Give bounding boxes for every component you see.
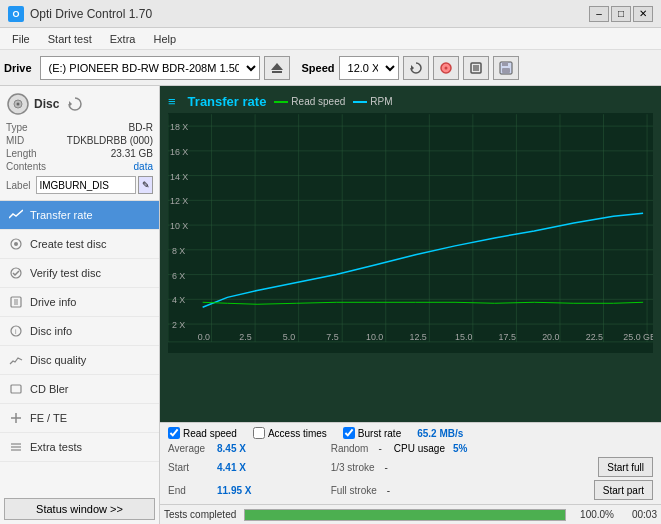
access-times-checkbox-label[interactable]: Access times [253,427,327,439]
svg-text:16 X: 16 X [170,147,188,157]
menu-file[interactable]: File [4,31,38,47]
stats-panel: Read speed Access times Burst rate 65.2 … [160,422,661,504]
create-test-disc-icon [8,236,24,252]
save-icon [499,61,513,75]
menu-bar: File Start test Extra Help [0,28,661,50]
svg-rect-8 [502,62,508,66]
main-layout: Disc Type BD-R MID TDKBLDRBB (000) Lengt… [0,86,661,524]
nav-create-test-disc-label: Create test disc [30,238,106,250]
extra-tests-icon [8,439,24,455]
eject-button[interactable] [264,56,290,80]
svg-rect-1 [272,71,282,73]
legend-rpm: RPM [353,96,392,107]
contents-value: data [134,161,153,172]
type-value: BD-R [129,122,153,133]
burst-rate-checkbox-label[interactable]: Burst rate [343,427,401,439]
svg-text:10 X: 10 X [170,221,188,231]
svg-text:8 X: 8 X [172,246,185,256]
disc-quality-icon [8,352,24,368]
cpu-label: CPU usage [394,443,445,454]
burst-rate-checkbox[interactable] [343,427,355,439]
start-part-button[interactable]: Start part [594,480,653,500]
nav-verify-test-disc-label: Verify test disc [30,267,101,279]
nav-drive-info[interactable]: Drive info [0,288,159,317]
random-value: - [378,443,381,454]
label-label: Label [6,180,30,191]
mid-label: MID [6,135,24,146]
nav-transfer-rate[interactable]: Transfer rate [0,201,159,230]
svg-rect-9 [502,68,510,73]
read-speed-checkbox-label[interactable]: Read speed [168,427,237,439]
eject-icon [270,61,284,75]
nav-fe-te[interactable]: FE / TE [0,404,159,433]
action-icon2 [469,61,483,75]
content-area: ≡ Transfer rate Read speed RPM [160,86,661,524]
speed-select[interactable]: 12.0 X [339,56,399,80]
legend-read-speed: Read speed [274,96,345,107]
type-label: Type [6,122,28,133]
svg-point-4 [444,66,447,69]
svg-text:0.0: 0.0 [198,332,210,342]
disc-panel: Disc Type BD-R MID TDKBLDRBB (000) Lengt… [0,86,159,201]
end-label: End [168,485,213,496]
verify-test-disc-icon [8,265,24,281]
maximize-button[interactable]: □ [611,6,631,22]
stats-average-row: Average 8.45 X [168,443,328,454]
full-stroke-value: - [387,485,390,496]
refresh-button[interactable] [403,56,429,80]
nav-cd-bler-label: CD Bler [30,383,69,395]
read-speed-checkbox[interactable] [168,427,180,439]
disc-refresh-icon[interactable] [67,96,83,112]
disc-icon [439,61,453,75]
svg-rect-6 [473,65,479,71]
nav-drive-info-label: Drive info [30,296,76,308]
nav-disc-quality[interactable]: Disc quality [0,346,159,375]
drive-select[interactable]: (E:) PIONEER BD-RW BDR-208M 1.50 [40,56,260,80]
action-button2[interactable] [463,56,489,80]
status-window-button[interactable]: Status window >> [4,498,155,520]
svg-marker-0 [271,63,283,70]
app-icon: O [8,6,24,22]
access-times-checkbox[interactable] [253,427,265,439]
title-bar: O Opti Drive Control 1.70 – □ ✕ [0,0,661,28]
nav-disc-info[interactable]: i Disc info [0,317,159,346]
cpu-value: 5% [453,443,467,454]
nav-create-test-disc[interactable]: Create test disc [0,230,159,259]
progress-time: 00:03 [622,509,657,520]
nav-cd-bler[interactable]: CD Bler [0,375,159,404]
start-value: 4.41 X [217,462,257,473]
menu-start-test[interactable]: Start test [40,31,100,47]
refresh-icon [409,61,423,75]
app-title: Opti Drive Control 1.70 [30,7,152,21]
svg-point-12 [17,103,20,106]
stats-empty-cell [493,443,653,454]
save-button[interactable] [493,56,519,80]
svg-text:12.5: 12.5 [410,332,427,342]
stats-full-stroke-row: Full stroke - [331,480,491,500]
random-label: Random [331,443,369,454]
access-times-checkbox-text: Access times [268,428,327,439]
fe-te-icon [8,410,24,426]
disc-label-input[interactable] [36,176,136,194]
disc-button[interactable] [433,56,459,80]
chart-title: Transfer rate [188,94,267,109]
nav-verify-test-disc[interactable]: Verify test disc [0,259,159,288]
svg-text:2 X: 2 X [172,320,185,330]
stats-start-full-row: Start full [493,457,653,477]
full-stroke-label: Full stroke [331,485,377,496]
stats-random-row: Random - CPU usage 5% [331,443,491,454]
disc-label-button[interactable]: ✎ [138,176,153,194]
legend-read-speed-label: Read speed [291,96,345,107]
progress-bar-fill [245,510,565,520]
svg-text:22.5: 22.5 [586,332,603,342]
nav-fe-te-label: FE / TE [30,412,67,424]
menu-extra[interactable]: Extra [102,31,144,47]
nav-disc-quality-label: Disc quality [30,354,86,366]
progress-label: Tests completed [164,509,236,520]
nav-extra-tests[interactable]: Extra tests [0,433,159,462]
minimize-button[interactable]: – [589,6,609,22]
close-button[interactable]: ✕ [633,6,653,22]
menu-help[interactable]: Help [145,31,184,47]
svg-text:20.0: 20.0 [542,332,559,342]
start-full-button[interactable]: Start full [598,457,653,477]
